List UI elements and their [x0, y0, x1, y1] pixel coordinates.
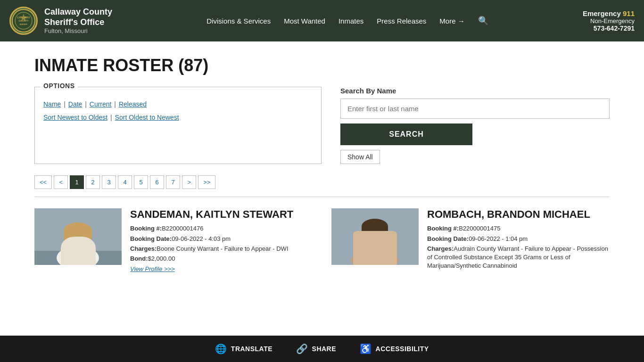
filter-released-link[interactable]: Released	[119, 100, 147, 108]
options-search-row: OPTIONS Name | Date | Current | Released…	[34, 87, 610, 164]
site-header: CALLAWAY COUNTY SHERIFF Callaway County …	[0, 0, 644, 41]
pagination-page-6[interactable]: 6	[150, 175, 164, 189]
nav-divisions[interactable]: Divisions & Services	[206, 17, 271, 25]
bond-sandeman: Bond:$2,000.00	[130, 255, 313, 263]
search-input[interactable]	[340, 99, 610, 119]
svg-point-22	[364, 240, 385, 252]
pagination-prev[interactable]: <	[54, 175, 68, 189]
show-all-button[interactable]: Show All	[340, 150, 380, 164]
inmates-grid: SANDEMAN, KAITLYN STEWART Booking #:B220…	[34, 208, 610, 272]
svg-point-17	[351, 251, 398, 265]
content-divider	[34, 197, 610, 197]
pagination: << < 1 2 3 4 5 6 7 > >>	[34, 175, 610, 189]
booking-number-rombach: Booking #:B22000001475	[427, 224, 610, 233]
charges-rombach: Charges:Audrain County Warrant - Failure…	[427, 245, 610, 271]
search-box: Search By Name SEARCH Show All	[340, 87, 610, 164]
filter-name-link[interactable]: Name	[43, 100, 61, 108]
search-button[interactable]: SEARCH	[340, 123, 472, 145]
page-title: INMATE ROSTER (87)	[34, 56, 610, 75]
inmate-card-rombach: ROMBACH, BRANDON MICHAEL Booking #:B2200…	[331, 208, 610, 272]
emergency-number: 911	[623, 9, 635, 17]
svg-point-23	[369, 235, 372, 238]
inmate-photo-sandeman[interactable]	[34, 208, 122, 265]
nav-more[interactable]: More →	[439, 17, 464, 25]
svg-rect-12	[64, 231, 92, 240]
booking-date-sandeman: Booking Date:09-06-2022 - 4:03 pm	[130, 235, 313, 243]
emergency-label: Emergency 911	[583, 9, 635, 17]
main-nav: Divisions & Services Most Wanted Inmates…	[206, 16, 488, 26]
sandeman-photo-svg	[34, 208, 122, 265]
non-emergency-label: Non-Emergency	[583, 17, 635, 25]
options-box: OPTIONS Name | Date | Current | Released…	[34, 87, 322, 164]
svg-rect-18	[360, 246, 390, 265]
non-emergency-number: 573-642-7291	[583, 25, 635, 32]
inmate-info-rombach: ROMBACH, BRANDON MICHAEL Booking #:B2200…	[427, 208, 610, 272]
nav-inmates[interactable]: Inmates	[339, 17, 363, 25]
svg-text:SHERIFF: SHERIFF	[19, 23, 28, 25]
org-name-line2: Sheriff's Office	[44, 17, 112, 28]
inmate-card-sandeman: SANDEMAN, KAITLYN STEWART Booking #:B220…	[34, 208, 313, 272]
pagination-page-5[interactable]: 5	[134, 175, 148, 189]
inmate-name-rombach[interactable]: ROMBACH, BRANDON MICHAEL	[427, 208, 610, 221]
sort-newest-link[interactable]: Sort Newest to Oldest	[43, 114, 107, 121]
inmate-info-sandeman: SANDEMAN, KAITLYN STEWART Booking #:B220…	[130, 208, 313, 272]
emergency-info: Emergency 911 Non-Emergency 573-642-7291	[583, 9, 635, 32]
view-profile-sandeman[interactable]: View Profile >>>	[130, 265, 175, 272]
booking-number-sandeman: Booking #:B22000001476	[130, 224, 313, 233]
search-icon-button[interactable]: 🔍	[478, 16, 488, 26]
pagination-page-1[interactable]: 1	[70, 175, 84, 189]
svg-point-13	[72, 239, 74, 242]
pagination-first[interactable]: <<	[34, 175, 52, 189]
nav-most-wanted[interactable]: Most Wanted	[284, 17, 325, 25]
svg-rect-21	[362, 226, 388, 232]
booking-date-rombach: Booking Date:09-06-2022 - 1:04 pm	[427, 235, 610, 243]
charges-sandeman: Charges:Boone County Warrant - Failure t…	[130, 245, 313, 253]
sort-oldest-link[interactable]: Sort Oldest to Newest	[115, 114, 179, 121]
svg-point-9	[57, 246, 99, 265]
pagination-page-4[interactable]: 4	[118, 175, 132, 189]
search-by-label: Search By Name	[340, 87, 610, 95]
rombach-photo-svg	[331, 208, 419, 265]
filter-current-link[interactable]: Current	[90, 100, 112, 108]
main-content: INMATE ROSTER (87) OPTIONS Name | Date |…	[16, 41, 628, 282]
options-label: OPTIONS	[41, 82, 78, 90]
org-title: Callaway County Sheriff's Office Fulton,…	[44, 7, 112, 34]
org-location: Fulton, Missouri	[44, 27, 112, 34]
pagination-next[interactable]: >	[182, 175, 196, 189]
inmate-photo-rombach[interactable]	[331, 208, 419, 265]
svg-rect-16	[331, 208, 419, 265]
svg-point-14	[81, 239, 84, 242]
svg-point-24	[378, 235, 381, 238]
pagination-page-2[interactable]: 2	[86, 175, 100, 189]
org-logo: CALLAWAY COUNTY SHERIFF	[9, 7, 38, 35]
inmate-name-sandeman[interactable]: SANDEMAN, KAITLYN STEWART	[130, 208, 313, 221]
header-logo-title: CALLAWAY COUNTY SHERIFF Callaway County …	[9, 7, 112, 35]
filter-date-link[interactable]: Date	[68, 100, 83, 108]
pagination-page-7[interactable]: 7	[166, 175, 180, 189]
svg-text:COUNTY: COUNTY	[18, 19, 29, 22]
logo-inner: CALLAWAY COUNTY SHERIFF	[11, 8, 36, 33]
pagination-page-3[interactable]: 3	[102, 175, 116, 189]
pagination-last[interactable]: >>	[198, 175, 215, 189]
filter-links: Name | Date | Current | Released Sort Ne…	[43, 98, 313, 124]
nav-press-releases[interactable]: Press Releases	[377, 17, 426, 25]
org-name-line1: Callaway County	[44, 7, 112, 17]
